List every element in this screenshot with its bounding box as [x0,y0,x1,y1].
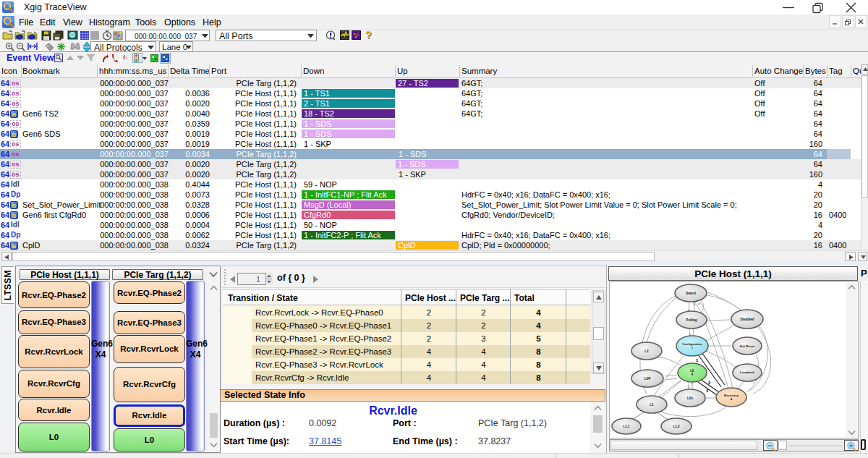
svg-text:Detect: Detect [686,292,697,295]
svg-text:1: 1 [696,358,699,362]
svg-text:Recovery: Recovery [724,394,739,397]
svg-text:Hot Reset: Hot Reset [740,344,755,348]
svg-text:L0P: L0P [644,377,650,381]
svg-text:L1.1: L1.1 [623,425,630,428]
svg-text:Disabled: Disabled [740,318,754,321]
svg-text:Polling: Polling [686,318,697,322]
svg-text:Loopback: Loopback [740,370,754,374]
svg-text:L2: L2 [644,349,649,353]
svg-text:4: 4 [692,373,694,376]
svg-text:2: 2 [708,381,711,385]
svg-text:L1: L1 [650,403,654,407]
svg-text:L1.2: L1.2 [673,425,680,428]
svg-text:L0s: L0s [687,396,693,400]
svg-text:L0: L0 [690,369,694,373]
